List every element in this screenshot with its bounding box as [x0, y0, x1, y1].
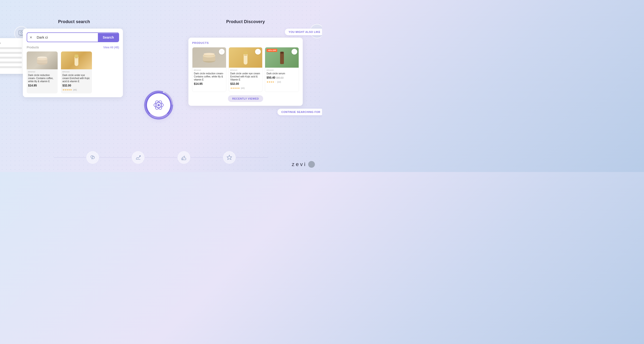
- bottom-icon-like: [178, 151, 190, 164]
- disc-product-2-stars: ★★★★★ (45): [230, 86, 261, 90]
- disc-product-1-heart[interactable]: ♡: [219, 49, 224, 54]
- right-section-title: Product Discovery: [226, 19, 265, 24]
- disc-product-3: ♡ -42% OFF BRAND Dark circle serum $50.4…: [265, 47, 299, 92]
- svg-rect-29: [280, 54, 284, 54]
- suggestion-4[interactable]: ↗: [0, 61, 26, 64]
- disc-product-3-prices: $50.40 $90.50: [266, 76, 297, 79]
- product-1-price: $14.95: [28, 84, 56, 87]
- disc-product-3-stars: ★★★★☆ (22): [266, 79, 297, 84]
- disc-product-3-badge: -42% OFF: [266, 49, 277, 52]
- bottom-icon-chart: [132, 151, 144, 164]
- line-3: [145, 158, 177, 158]
- discovery-products-row: ♡ BRAND Dark circle reduction cream- Con…: [192, 47, 299, 92]
- disc-product-3-info: BRAND Dark circle serum $50.40 $90.50 ★★…: [265, 68, 299, 86]
- product-2-image: [61, 52, 92, 69]
- line-1: [54, 158, 86, 158]
- product-2-brand: BRAND: [62, 71, 90, 73]
- search-product-1: BRAND Dark circle reduction cream- Conta…: [27, 52, 58, 94]
- product-2-name: Dark circle under eye cream Enriched wit…: [62, 74, 90, 83]
- svg-point-6: [38, 56, 47, 58]
- svg-rect-26: [244, 55, 247, 56]
- recently-viewed-button[interactable]: RECENTLY VIEWED: [228, 95, 263, 102]
- search-input[interactable]: [35, 33, 98, 42]
- disc-product-2-image: ♡: [229, 48, 262, 68]
- zevi-text: zevi: [292, 161, 307, 168]
- line-5: [236, 158, 268, 158]
- view-all-link[interactable]: View All (48): [103, 46, 119, 49]
- line-4: [190, 158, 223, 158]
- disc-product-2-info: BRAND Dark circle under eye cream Enrich…: [229, 68, 262, 92]
- left-section-title: Product search: [58, 19, 90, 24]
- bottom-icon-brain: [86, 151, 99, 164]
- search-clear-icon[interactable]: ✕: [27, 36, 35, 39]
- svg-rect-30: [280, 58, 284, 58]
- zevi-dot: [308, 161, 315, 168]
- search-bar: ✕ Search: [27, 32, 119, 42]
- continue-searching-bubble: CONTINUE SEARCHING FOR: [278, 109, 322, 115]
- svg-rect-25: [244, 51, 248, 54]
- search-card: ✕ Search Products View All (48): [23, 28, 123, 97]
- disc-product-2-heart[interactable]: ♡: [255, 49, 261, 54]
- suggestion-1[interactable]: ↗: [0, 47, 26, 50]
- search-product-2: BRAND Dark circle under eye cream Enrich…: [61, 52, 92, 94]
- product-2-info: BRAND Dark circle under eye cream Enrich…: [61, 69, 92, 94]
- suggestion-3[interactable]: ↗: [0, 56, 26, 59]
- svg-point-23: [204, 53, 214, 55]
- product-1-brand: BRAND: [28, 71, 56, 73]
- svg-point-33: [140, 156, 140, 156]
- search-button[interactable]: Search: [98, 33, 118, 42]
- you-might-also-like-bubble: YOU MIGHT ALSO LIKE: [285, 28, 322, 35]
- discovery-card: PRODUCTS ♡ BRAND: [188, 38, 303, 106]
- left-panel: Product search ✕ Search Products View Al…: [2, 17, 146, 155]
- right-panel: Product Discovery YOU MIGHT ALSO LIKE PR…: [172, 17, 320, 155]
- suggestion-5[interactable]: ↗: [0, 66, 26, 68]
- disc-product-2: ♡ BRAND Dark circle under eye cream Enri…: [229, 47, 263, 92]
- svg-rect-28: [280, 52, 284, 54]
- bottom-icons-row: [54, 151, 268, 164]
- disc-product-1-image: ♡: [192, 48, 226, 68]
- product-1-name: Dark circle reduction cream- Contains co…: [28, 74, 56, 83]
- discovery-products-label: PRODUCTS: [192, 42, 299, 44]
- svg-rect-9: [75, 58, 78, 58]
- disc-product-3-heart[interactable]: ♡: [292, 49, 297, 54]
- bottom-icon-target: [223, 151, 236, 164]
- ai-center: AI: [146, 92, 172, 118]
- search-products-row: BRAND Dark circle reduction cream- Conta…: [27, 52, 119, 94]
- line-2: [99, 158, 132, 158]
- disc-product-1-info: BRAND Dark circle reduction cream- Conta…: [192, 68, 226, 88]
- disc-product-3-image: ♡ -42% OFF: [265, 48, 299, 68]
- products-label: Products: [27, 46, 39, 49]
- product-2-price: $32.00: [62, 84, 90, 87]
- svg-rect-10: [75, 58, 78, 59]
- product-1-image: [27, 52, 58, 69]
- suggestion-2[interactable]: ↗: [0, 52, 26, 54]
- products-header: Products View All (48): [27, 46, 119, 49]
- product-1-info: BRAND Dark circle reduction cream- Conta…: [27, 69, 58, 89]
- suggestions-title: Suggestions: [0, 42, 26, 44]
- zevi-brand: zevi: [292, 161, 315, 168]
- svg-marker-35: [227, 155, 232, 160]
- svg-rect-8: [74, 54, 78, 58]
- main-container: Product search ✕ Search Products View Al…: [0, 0, 322, 172]
- disc-product-1: ♡ BRAND Dark circle reduction cream- Con…: [192, 47, 226, 92]
- product-2-stars: ★★★★★ (45): [62, 87, 90, 92]
